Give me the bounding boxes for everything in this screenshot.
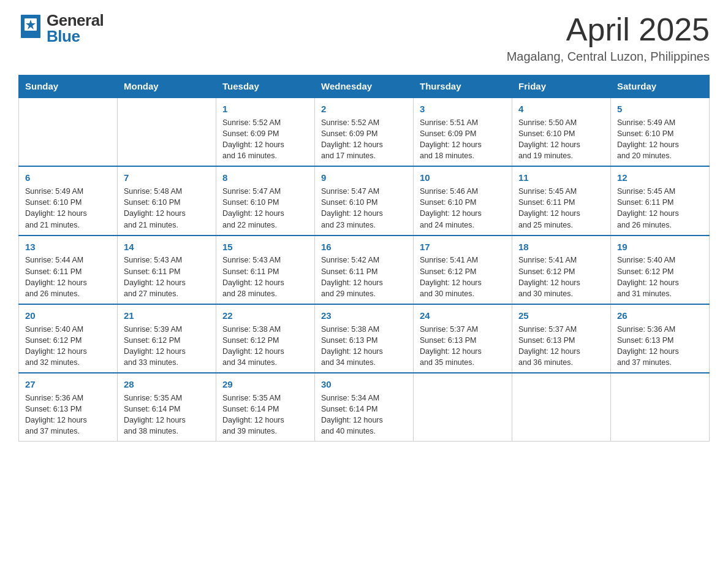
calendar-cell: 9Sunrise: 5:47 AMSunset: 6:10 PMDaylight… [315, 166, 414, 235]
calendar-cell: 21Sunrise: 5:39 AMSunset: 6:12 PMDayligh… [118, 304, 216, 373]
weekday-header-row: SundayMondayTuesdayWednesdayThursdayFrid… [19, 75, 710, 98]
day-number: 15 [222, 240, 308, 254]
day-number: 29 [222, 378, 308, 391]
calendar-cell [414, 373, 512, 442]
calendar-cell: 13Sunrise: 5:44 AMSunset: 6:11 PMDayligh… [19, 236, 118, 304]
day-number: 13 [25, 240, 111, 254]
calendar-cell: 1Sunrise: 5:52 AMSunset: 6:09 PMDaylight… [216, 98, 315, 166]
day-number: 7 [124, 171, 210, 185]
calendar-cell [19, 98, 118, 166]
calendar-cell: 29Sunrise: 5:35 AMSunset: 6:14 PMDayligh… [216, 373, 315, 442]
day-number: 22 [222, 309, 308, 323]
calendar-cell: 10Sunrise: 5:46 AMSunset: 6:10 PMDayligh… [414, 166, 512, 235]
day-number: 3 [420, 102, 506, 116]
day-number: 27 [25, 378, 111, 391]
day-number: 11 [518, 171, 604, 185]
weekday-header: Tuesday [216, 75, 315, 98]
calendar-cell: 17Sunrise: 5:41 AMSunset: 6:12 PMDayligh… [414, 236, 512, 304]
day-number: 5 [617, 102, 703, 116]
day-number: 10 [420, 171, 506, 185]
day-number: 17 [420, 240, 506, 254]
logo-text-block: General Blue [47, 12, 104, 44]
calendar-cell: 24Sunrise: 5:37 AMSunset: 6:13 PMDayligh… [414, 304, 512, 373]
calendar-cell: 27Sunrise: 5:36 AMSunset: 6:13 PMDayligh… [19, 373, 118, 442]
calendar-cell: 5Sunrise: 5:49 AMSunset: 6:10 PMDaylight… [611, 98, 710, 166]
logo-icon [18, 13, 43, 43]
calendar-cell [512, 373, 611, 442]
day-number: 6 [25, 171, 111, 185]
calendar-cell: 6Sunrise: 5:49 AMSunset: 6:10 PMDaylight… [19, 166, 118, 235]
day-number: 18 [518, 240, 604, 254]
day-number: 14 [124, 240, 210, 254]
calendar-week-row: 13Sunrise: 5:44 AMSunset: 6:11 PMDayligh… [19, 236, 710, 304]
logo-blue-text: Blue [47, 28, 104, 44]
calendar-cell: 7Sunrise: 5:48 AMSunset: 6:10 PMDaylight… [118, 166, 216, 235]
calendar-cell: 23Sunrise: 5:38 AMSunset: 6:13 PMDayligh… [315, 304, 414, 373]
calendar-cell [611, 373, 710, 442]
day-number: 9 [321, 171, 407, 185]
weekday-header: Sunday [19, 75, 118, 98]
calendar-cell: 11Sunrise: 5:45 AMSunset: 6:11 PMDayligh… [512, 166, 611, 235]
day-number: 26 [617, 309, 703, 323]
weekday-header: Wednesday [315, 75, 414, 98]
day-number: 8 [222, 171, 308, 185]
day-number: 16 [321, 240, 407, 254]
calendar-cell: 14Sunrise: 5:43 AMSunset: 6:11 PMDayligh… [118, 236, 216, 304]
title-block: April 2025 Magalang, Central Luzon, Phil… [507, 12, 710, 64]
calendar-cell: 22Sunrise: 5:38 AMSunset: 6:12 PMDayligh… [216, 304, 315, 373]
calendar-cell: 8Sunrise: 5:47 AMSunset: 6:10 PMDaylight… [216, 166, 315, 235]
calendar-cell: 15Sunrise: 5:43 AMSunset: 6:11 PMDayligh… [216, 236, 315, 304]
calendar-table: SundayMondayTuesdayWednesdayThursdayFrid… [18, 75, 710, 442]
location-subtitle: Magalang, Central Luzon, Philippines [507, 50, 710, 64]
calendar-week-row: 6Sunrise: 5:49 AMSunset: 6:10 PMDaylight… [19, 166, 710, 235]
page-header: General Blue April 2025 Magalang, Centra… [18, 12, 710, 64]
calendar-week-row: 1Sunrise: 5:52 AMSunset: 6:09 PMDaylight… [19, 98, 710, 166]
day-number: 30 [321, 378, 407, 391]
calendar-cell: 3Sunrise: 5:51 AMSunset: 6:09 PMDaylight… [414, 98, 512, 166]
calendar-cell: 4Sunrise: 5:50 AMSunset: 6:10 PMDaylight… [512, 98, 611, 166]
weekday-header: Friday [512, 75, 611, 98]
day-number: 2 [321, 102, 407, 116]
weekday-header: Thursday [414, 75, 512, 98]
calendar-cell: 18Sunrise: 5:41 AMSunset: 6:12 PMDayligh… [512, 236, 611, 304]
month-title: April 2025 [507, 12, 710, 47]
weekday-header: Saturday [611, 75, 710, 98]
calendar-cell: 30Sunrise: 5:34 AMSunset: 6:14 PMDayligh… [315, 373, 414, 442]
day-number: 20 [25, 309, 111, 323]
calendar-week-row: 20Sunrise: 5:40 AMSunset: 6:12 PMDayligh… [19, 304, 710, 373]
calendar-cell: 26Sunrise: 5:36 AMSunset: 6:13 PMDayligh… [611, 304, 710, 373]
day-number: 19 [617, 240, 703, 254]
calendar-week-row: 27Sunrise: 5:36 AMSunset: 6:13 PMDayligh… [19, 373, 710, 442]
calendar-cell [118, 98, 216, 166]
calendar-cell: 20Sunrise: 5:40 AMSunset: 6:12 PMDayligh… [19, 304, 118, 373]
logo: General Blue [18, 12, 104, 44]
day-number: 4 [518, 102, 604, 116]
day-number: 1 [222, 102, 308, 116]
calendar-cell: 16Sunrise: 5:42 AMSunset: 6:11 PMDayligh… [315, 236, 414, 304]
calendar-cell: 19Sunrise: 5:40 AMSunset: 6:12 PMDayligh… [611, 236, 710, 304]
day-number: 21 [124, 309, 210, 323]
day-number: 24 [420, 309, 506, 323]
calendar-cell: 28Sunrise: 5:35 AMSunset: 6:14 PMDayligh… [118, 373, 216, 442]
day-number: 28 [124, 378, 210, 391]
weekday-header: Monday [118, 75, 216, 98]
calendar-cell: 25Sunrise: 5:37 AMSunset: 6:13 PMDayligh… [512, 304, 611, 373]
day-number: 25 [518, 309, 604, 323]
day-number: 12 [617, 171, 703, 185]
logo-general-text: General [47, 12, 104, 28]
calendar-cell: 12Sunrise: 5:45 AMSunset: 6:11 PMDayligh… [611, 166, 710, 235]
calendar-cell: 2Sunrise: 5:52 AMSunset: 6:09 PMDaylight… [315, 98, 414, 166]
day-number: 23 [321, 309, 407, 323]
